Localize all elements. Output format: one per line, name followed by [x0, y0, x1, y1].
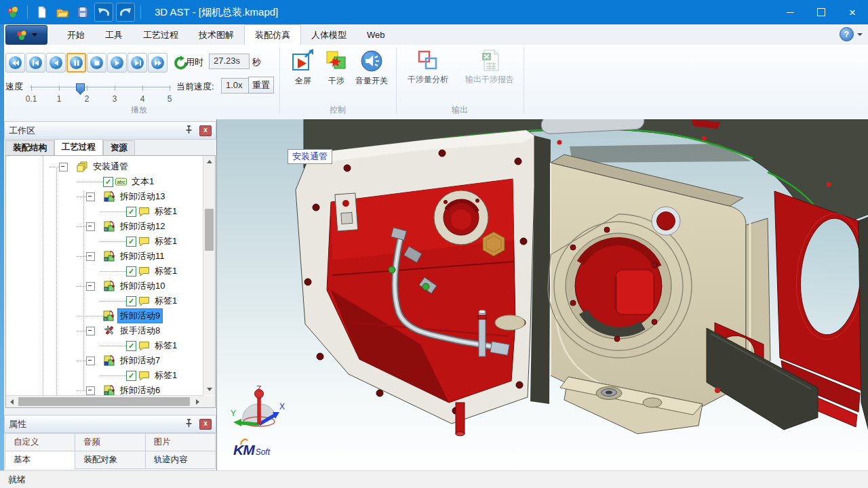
checkbox[interactable]	[126, 296, 136, 306]
redo-button[interactable]	[116, 3, 135, 22]
help-button[interactable]: ?	[840, 27, 854, 41]
tree-item-label[interactable]: 标签1	[153, 369, 179, 382]
pin-icon[interactable]	[185, 125, 193, 136]
tab-assembly-simulation[interactable]: 装配仿真	[244, 24, 301, 45]
horizontal-scrollbar[interactable]	[6, 395, 203, 407]
checkbox[interactable]	[126, 266, 136, 277]
tree-item-label[interactable]: 拆卸活动11	[118, 249, 167, 263]
collapse-expander-icon[interactable]	[86, 252, 95, 261]
prev-step-button[interactable]	[26, 53, 45, 73]
tab-assembly-structure[interactable]: 装配结构	[5, 140, 54, 155]
tab-assembly-object[interactable]: 装配对象	[75, 451, 145, 469]
volume-toggle-button[interactable]: 音量开关	[351, 49, 392, 87]
tree-item[interactable]: 拆卸活动13	[6, 189, 203, 204]
tree-item-label[interactable]: 文本1	[130, 175, 156, 188]
tree-item-label[interactable]: 安装通管	[91, 160, 130, 174]
next-step-button[interactable]	[127, 53, 147, 73]
tree-item-label[interactable]: 标签1	[153, 294, 179, 308]
tree-item[interactable]: 拆卸活动12	[6, 219, 203, 234]
tree-item[interactable]: 拆卸活动10	[6, 279, 203, 293]
checkbox[interactable]	[126, 371, 136, 381]
scrollbar-thumb[interactable]	[205, 209, 214, 251]
stop-button[interactable]	[87, 53, 106, 73]
tree-item-label[interactable]: 标签1	[153, 205, 179, 218]
tree-item[interactable]: 标签1	[6, 293, 203, 308]
tree-item[interactable]: 拆卸活动9	[6, 308, 203, 323]
tree-item[interactable]: 标签1	[6, 204, 203, 219]
collapse-expander-icon[interactable]	[86, 282, 95, 291]
current-speed-field[interactable]: 1.0x	[221, 78, 251, 94]
checkbox[interactable]	[126, 207, 136, 217]
tree-item-label[interactable]: 标签1	[153, 235, 179, 248]
tab-tech-illustration[interactable]: 技术图解	[189, 25, 244, 45]
tree-item-label[interactable]: 拆卸活动10	[118, 279, 167, 293]
interference-button[interactable]: 干涉	[321, 49, 351, 87]
tab-audio[interactable]: 音频	[75, 433, 145, 451]
tab-human-model[interactable]: 人体模型	[301, 25, 357, 45]
tab-tools[interactable]: 工具	[95, 25, 133, 45]
interference-analysis-button[interactable]: 干涉量分析	[400, 49, 456, 85]
tree-item[interactable]: 拆卸活动7	[6, 353, 203, 368]
collapse-expander-icon[interactable]	[86, 222, 95, 231]
jump-start-button[interactable]	[5, 53, 25, 73]
open-file-button[interactable]	[54, 3, 71, 21]
tree-item[interactable]: 拆卸活动11	[6, 249, 203, 264]
collapse-expander-icon[interactable]	[86, 357, 95, 365]
tree-item[interactable]: 安装通管	[6, 159, 203, 174]
tree-item[interactable]: 标签1	[6, 264, 203, 279]
scrollbar-thumb[interactable]	[18, 397, 190, 406]
tree-item[interactable]: 扳手活动8	[6, 323, 203, 338]
maximize-button[interactable]	[806, 0, 837, 24]
tree-item-label[interactable]: 拆卸活动12	[118, 220, 167, 233]
tab-basic[interactable]: 基本	[5, 451, 75, 469]
fullscreen-button[interactable]: 全屏	[285, 49, 321, 87]
tab-track-content[interactable]: 轨迹内容	[145, 451, 216, 469]
collapse-expander-icon[interactable]	[86, 386, 95, 395]
play-button[interactable]	[107, 53, 127, 73]
save-button[interactable]	[74, 3, 92, 21]
play-backward-button[interactable]	[46, 53, 66, 73]
tree-item-label[interactable]: 拆卸活动7	[118, 354, 162, 367]
tab-process[interactable]: 工艺过程	[133, 25, 189, 45]
checkbox[interactable]	[126, 237, 136, 247]
close-panel-button[interactable]: x	[199, 125, 212, 136]
tab-custom[interactable]: 自定义	[5, 433, 75, 451]
tree-item[interactable]: 标签1	[6, 338, 203, 353]
speed-slider[interactable]: 0.1 1 2 3 4 5	[30, 87, 171, 90]
collapse-expander-icon[interactable]	[59, 163, 68, 171]
tree-item[interactable]: 标签1	[6, 234, 203, 249]
collapse-expander-icon[interactable]	[86, 192, 95, 201]
tree-item[interactable]: 标签1	[6, 368, 203, 383]
app-menu-button[interactable]	[5, 25, 47, 45]
tree-item-label[interactable]: 拆卸活动9	[117, 308, 163, 323]
tree-item-label[interactable]: 扳手活动8	[118, 324, 162, 338]
tree-item[interactable]: abc 文本1	[6, 174, 203, 189]
3d-viewport[interactable]: 安装通管 Z Y X KMSoft	[216, 119, 868, 470]
tab-start[interactable]: 开始	[57, 25, 95, 45]
new-file-button[interactable]	[33, 3, 51, 21]
tab-image[interactable]: 图片	[145, 433, 216, 451]
tree-item[interactable]: 拆卸活动6	[6, 383, 203, 395]
tree-item-label[interactable]: 标签1	[153, 264, 179, 278]
undo-button[interactable]	[94, 3, 113, 22]
minimize-button[interactable]	[774, 0, 806, 24]
jump-end-button[interactable]	[148, 53, 167, 73]
pin-icon[interactable]	[185, 419, 193, 430]
pause-button[interactable]	[66, 53, 86, 73]
tab-resources[interactable]: 资源	[103, 140, 135, 155]
tree-item-label[interactable]: 拆卸活动6	[118, 384, 162, 395]
close-button[interactable]: ×	[837, 0, 868, 24]
checkbox[interactable]	[103, 177, 113, 187]
elapsed-time-field[interactable]: 27.23s	[209, 54, 250, 69]
slider-thumb[interactable]	[76, 83, 85, 95]
vertical-scrollbar[interactable]	[203, 156, 215, 395]
close-panel-button[interactable]: x	[199, 419, 212, 430]
tree-item-label[interactable]: 拆卸活动13	[118, 190, 167, 203]
tab-process-tree[interactable]: 工艺过程	[54, 139, 103, 155]
collapse-expander-icon[interactable]	[86, 327, 95, 336]
checkbox[interactable]	[126, 341, 136, 351]
chevron-down-icon[interactable]	[857, 33, 863, 36]
tab-web[interactable]: Web	[357, 25, 395, 45]
tree-item-label[interactable]: 标签1	[153, 339, 179, 352]
reset-speed-button[interactable]: 重置	[248, 77, 274, 94]
